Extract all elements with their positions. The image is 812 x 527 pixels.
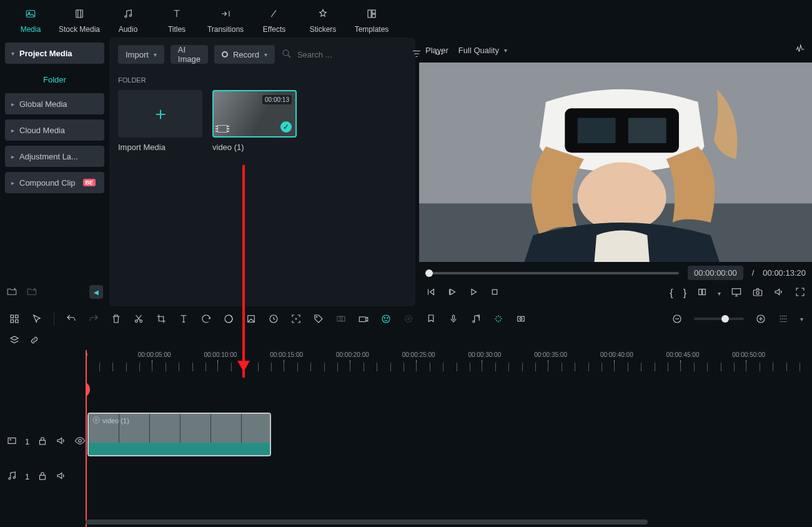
time-current: 00:00:00:00: [688, 266, 743, 280]
aspect-icon[interactable]: [696, 286, 708, 300]
track-number: 1: [25, 472, 29, 481]
play-start-icon[interactable]: [447, 286, 458, 300]
layers-icon[interactable]: [9, 334, 20, 348]
new-folder-icon[interactable]: [6, 286, 17, 299]
sidebar-item-compound-clip[interactable]: ▸ Compound Clip BE: [5, 172, 104, 193]
collapse-sidebar-button[interactable]: ◀: [89, 285, 103, 299]
chevron-down-icon[interactable]: ▾: [800, 316, 803, 323]
mark-in-icon[interactable]: {: [670, 288, 673, 299]
import-button[interactable]: Import ▾: [118, 45, 164, 64]
redo-icon[interactable]: [88, 313, 99, 324]
undo-icon[interactable]: [66, 313, 77, 324]
scrub-slider[interactable]: [425, 272, 679, 274]
folder-close-icon[interactable]: [26, 286, 37, 299]
delete-icon[interactable]: [111, 313, 122, 324]
music-edit-icon[interactable]: [470, 313, 482, 324]
frame-icon[interactable]: [245, 313, 257, 324]
timeline-area[interactable]: 00:00 00:00:05:00 00:00:10:00 00:00:15:0…: [86, 350, 812, 527]
tab-transitions[interactable]: Transitions: [201, 0, 250, 38]
tab-templates[interactable]: Templates: [347, 0, 396, 38]
tab-stickers[interactable]: Stickers: [299, 0, 347, 38]
tab-media[interactable]: Media: [6, 0, 55, 38]
preview-viewport[interactable]: [419, 63, 812, 262]
lock-icon[interactable]: [37, 435, 48, 448]
magic-cut-icon[interactable]: [493, 313, 504, 324]
check-icon: ✓: [280, 121, 292, 133]
quality-dropdown[interactable]: Full Quality ▾: [458, 46, 507, 55]
ai-face-icon[interactable]: [380, 313, 392, 324]
mask-icon[interactable]: [335, 313, 347, 324]
monitor-icon[interactable]: [731, 286, 742, 300]
rotate-icon[interactable]: [201, 313, 212, 324]
svg-point-39: [387, 318, 389, 319]
svg-point-33: [316, 316, 317, 318]
media-clip-card[interactable]: 00:00:13 ✓ video (1): [212, 90, 297, 152]
eye-icon[interactable]: [74, 435, 86, 448]
play-icon[interactable]: [468, 286, 479, 300]
keyframe-icon[interactable]: [515, 313, 527, 324]
spark-icon[interactable]: [403, 313, 414, 324]
lock-icon[interactable]: [37, 470, 48, 483]
stop-icon[interactable]: [489, 286, 500, 300]
focus-icon[interactable]: [290, 313, 302, 324]
folder-link[interactable]: Folder: [5, 69, 104, 93]
zoom-in-icon[interactable]: [755, 313, 766, 324]
text-icon[interactable]: [178, 313, 189, 324]
svg-rect-2: [76, 10, 83, 18]
zoom-out-icon[interactable]: [671, 313, 683, 324]
marker-icon[interactable]: [425, 313, 437, 324]
speed-icon[interactable]: [268, 313, 279, 324]
video-track-icon[interactable]: [6, 435, 17, 448]
search-input[interactable]: [297, 50, 402, 59]
sidebar-item-global-media[interactable]: ▸ Global Media: [5, 93, 104, 114]
sidebar-item-adjustment-layer[interactable]: ▸ Adjustment La...: [5, 146, 104, 167]
tag-icon[interactable]: [313, 313, 324, 324]
grid-icon[interactable]: [9, 313, 20, 324]
zoom-head[interactable]: [721, 315, 729, 323]
svg-rect-21: [732, 289, 741, 294]
ruler-tick: 00:00:45:00: [666, 351, 700, 358]
link-icon[interactable]: [29, 334, 40, 348]
project-media-button[interactable]: ▾ Project Media: [5, 43, 104, 64]
waveform-icon[interactable]: [795, 44, 806, 57]
color-icon[interactable]: [223, 313, 234, 324]
sidebar-item-cloud-media[interactable]: ▸ Cloud Media: [5, 119, 104, 141]
scrub-head[interactable]: [425, 269, 433, 277]
transitions-icon: [220, 8, 231, 23]
camera-icon[interactable]: [358, 313, 369, 324]
search-icon: [281, 48, 292, 61]
snapshot-icon[interactable]: [752, 286, 763, 300]
time-total: 00:00:13:20: [763, 268, 806, 278]
import-media-card[interactable]: ＋ Import Media: [118, 90, 202, 152]
fullscreen-icon[interactable]: [795, 286, 806, 300]
audio-track-icon[interactable]: [6, 470, 17, 483]
tab-effects[interactable]: Effects: [250, 0, 299, 38]
crop-icon[interactable]: [156, 313, 167, 324]
record-button[interactable]: Record ▾: [214, 45, 275, 64]
ruler-tick: 00:00:50:00: [732, 351, 765, 358]
timeline-clip[interactable]: video (1): [87, 413, 271, 456]
ai-image-button[interactable]: AI Image: [171, 45, 208, 64]
timeline-scrollbar[interactable]: [86, 519, 648, 524]
chevron-down-icon[interactable]: ▾: [718, 290, 721, 297]
prev-frame-icon[interactable]: [425, 286, 437, 300]
mute-icon[interactable]: [56, 435, 67, 448]
timeline-ruler[interactable]: 00:00 00:00:05:00 00:00:10:00 00:00:15:0…: [86, 350, 812, 371]
select-icon[interactable]: [31, 313, 42, 324]
tab-label: Audio: [119, 25, 138, 34]
tab-label: Titles: [168, 25, 186, 34]
playhead[interactable]: [86, 350, 87, 527]
svg-point-17: [578, 163, 666, 233]
tab-audio[interactable]: Audio: [104, 0, 152, 38]
mute-icon[interactable]: [56, 470, 67, 483]
view-mode-icon[interactable]: [778, 313, 789, 324]
zoom-slider[interactable]: [694, 318, 744, 320]
svg-point-29: [140, 320, 142, 323]
mark-out-icon[interactable]: }: [683, 288, 686, 299]
tab-stock-media[interactable]: Stock Media: [55, 0, 104, 38]
mic-icon[interactable]: [448, 313, 459, 324]
cut-icon[interactable]: [133, 313, 144, 324]
volume-icon[interactable]: [773, 286, 785, 300]
tab-titles[interactable]: Titles: [152, 0, 201, 38]
svg-point-42: [473, 321, 475, 323]
